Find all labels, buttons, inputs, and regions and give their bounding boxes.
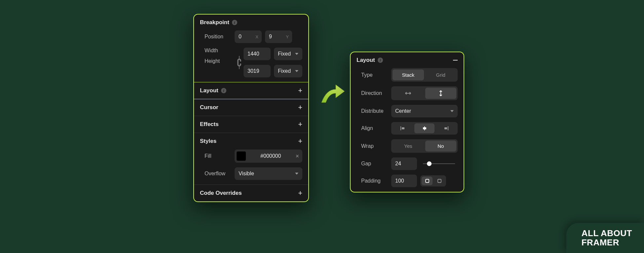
section-styles: Styles + Fill #000000 × Overflow Visible <box>194 133 308 185</box>
fill-color-swatch[interactable] <box>237 151 246 161</box>
dropdown-distribute[interactable]: Center <box>391 105 458 117</box>
add-effects-button[interactable]: + <box>298 121 302 128</box>
input-padding[interactable] <box>391 175 417 187</box>
dropdown-distribute-value: Center <box>395 108 411 114</box>
wrap-yes[interactable]: Yes <box>393 141 424 151</box>
section-effects: Effects + <box>194 116 308 133</box>
brand-badge: ALL ABOUT FRAMER <box>566 223 644 253</box>
dropdown-height-mode-value: Fixed <box>278 68 291 74</box>
label-type: Type <box>357 72 388 78</box>
chevron-down-icon <box>295 53 298 55</box>
row-height: Height <box>200 58 235 64</box>
slider-thumb[interactable] <box>427 161 432 166</box>
row-overflow: Overflow Visible <box>200 167 302 180</box>
info-icon[interactable]: i <box>221 88 226 93</box>
add-code-override-button[interactable]: + <box>298 190 302 197</box>
chevron-down-icon <box>450 110 454 112</box>
section-cursor: Cursor + <box>194 99 308 116</box>
add-layout-button[interactable]: + <box>298 87 302 94</box>
align-right[interactable] <box>436 123 456 133</box>
label-wrap: Wrap <box>357 143 388 149</box>
info-icon[interactable]: i <box>232 20 237 25</box>
input-position-x[interactable] <box>235 30 262 43</box>
align-left-icon <box>400 126 405 131</box>
section-breakpoint: Breakpoint i Position X Y Width Height <box>194 15 308 82</box>
padding-per-side-icon <box>437 179 442 183</box>
align-segmented <box>391 122 458 135</box>
label-direction: Direction <box>357 90 388 96</box>
direction-vertical[interactable] <box>425 88 457 99</box>
type-option-grid[interactable]: Grid <box>425 69 457 80</box>
row-width: Width <box>200 48 235 54</box>
align-center[interactable] <box>414 123 435 133</box>
input-width[interactable] <box>244 48 271 60</box>
arrow-icon <box>320 83 346 106</box>
info-icon[interactable]: i <box>378 58 383 63</box>
section-layout-collapsed: Layout i + <box>194 82 308 99</box>
section-title: Layout <box>200 87 218 94</box>
wrap-no[interactable]: No <box>425 141 457 151</box>
link-dimensions-icon[interactable] <box>237 48 242 77</box>
row-padding: Padding <box>357 175 458 187</box>
properties-panel-left: Breakpoint i Position X Y Width Height <box>193 14 309 202</box>
input-position-y[interactable] <box>265 30 292 43</box>
section-layout-expanded: Layout i Type Stack Grid Direction <box>351 52 464 192</box>
label-position: Position <box>200 34 231 40</box>
section-title: Effects <box>200 121 219 128</box>
row-position: Position X Y <box>200 30 302 43</box>
arrow-vertical-icon <box>438 90 443 96</box>
row-align: Align <box>357 122 458 135</box>
row-type: Type Stack Grid <box>357 68 458 82</box>
label-width: Width <box>200 48 231 54</box>
collapse-layout-button[interactable] <box>453 60 458 61</box>
wrap-segmented: Yes No <box>391 139 458 153</box>
label-gap: Gap <box>357 161 388 167</box>
padding-per-side[interactable] <box>434 177 445 185</box>
label-distribute: Distribute <box>357 108 388 114</box>
dropdown-width-mode[interactable]: Fixed <box>274 48 302 60</box>
row-distribute: Distribute Center <box>357 105 458 117</box>
direction-horizontal[interactable] <box>393 88 424 99</box>
padding-uniform[interactable] <box>422 177 433 185</box>
row-fill: Fill #000000 × <box>200 149 302 163</box>
type-option-stack[interactable]: Stack <box>393 69 424 80</box>
padding-mode-segmented <box>420 175 446 187</box>
row-wrap: Wrap Yes No <box>357 139 458 153</box>
add-cursor-button[interactable]: + <box>298 104 302 111</box>
dropdown-overflow-value: Visible <box>239 171 254 177</box>
type-segmented: Stack Grid <box>391 68 458 82</box>
chevron-down-icon <box>295 70 298 72</box>
row-direction: Direction <box>357 86 458 100</box>
brand-line2: FRAMER <box>582 238 632 247</box>
section-title: Styles <box>200 138 216 145</box>
row-gap: Gap <box>357 157 458 170</box>
section-title: Layout <box>357 57 375 63</box>
gap-slider[interactable] <box>420 163 458 164</box>
label-align: Align <box>357 125 388 131</box>
svg-rect-6 <box>426 179 429 183</box>
align-center-icon <box>422 126 427 131</box>
section-code-overrides: Code Overrides + <box>194 185 308 201</box>
section-title: Breakpoint <box>200 19 229 26</box>
align-right-icon <box>443 126 449 131</box>
input-gap[interactable] <box>391 157 417 170</box>
input-height[interactable] <box>244 65 271 77</box>
align-left[interactable] <box>393 123 413 133</box>
fill-color-input[interactable]: #000000 × <box>235 149 302 163</box>
svg-rect-5 <box>444 127 447 129</box>
section-title: Code Overrides <box>200 190 242 196</box>
layout-panel-right: Layout i Type Stack Grid Direction <box>350 52 464 192</box>
brand-line1: ALL ABOUT <box>582 229 632 238</box>
dropdown-height-mode[interactable]: Fixed <box>274 65 302 77</box>
dropdown-overflow[interactable]: Visible <box>235 167 302 180</box>
label-fill: Fill <box>200 153 231 159</box>
direction-segmented <box>391 86 458 100</box>
add-style-button[interactable]: + <box>298 138 302 145</box>
arrow-horizontal-icon <box>405 91 411 96</box>
clear-fill-button[interactable]: × <box>295 153 299 160</box>
label-overflow: Overflow <box>200 171 231 177</box>
svg-rect-1 <box>402 127 404 129</box>
label-padding: Padding <box>357 178 388 184</box>
svg-rect-3 <box>423 127 426 129</box>
label-height: Height <box>200 58 231 64</box>
